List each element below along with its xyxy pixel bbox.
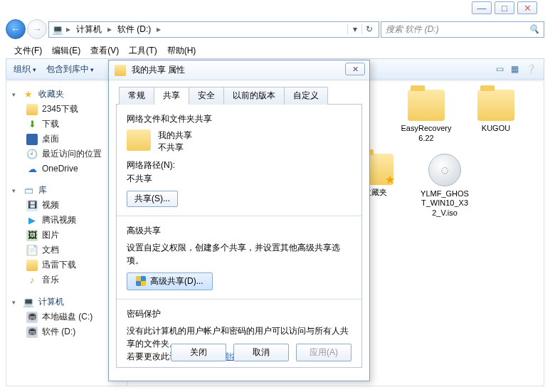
folder-icon <box>127 129 151 151</box>
tree-item[interactable]: 2345下载 <box>9 102 124 117</box>
organize-button[interactable]: 组织 <box>14 63 36 75</box>
documents-icon: 📄 <box>26 245 38 256</box>
address-dropdown-button[interactable]: ▾ <box>347 24 361 34</box>
tree-favorites[interactable]: ▾★收藏夹 <box>9 87 124 102</box>
breadcrumb-sep: ▸ <box>107 24 112 34</box>
file-item[interactable]: ◌YLMF_GHOST_WIN10_X32_V.iso <box>419 154 470 218</box>
star-icon: ★ <box>23 89 34 100</box>
advanced-share-button[interactable]: 高级共享(D)... <box>127 272 213 290</box>
file-label: KUGOU <box>482 124 510 134</box>
recent-icon: 🕘 <box>26 149 38 160</box>
pictures-icon: 🖼 <box>26 230 38 241</box>
tree-item[interactable]: 🎞视频 <box>9 198 124 213</box>
dialog-titlebar[interactable]: 我的共享 属性 ✕ <box>109 60 369 80</box>
tree-item[interactable]: ⛃软件 (D:) <box>9 324 124 339</box>
properties-dialog: 我的共享 属性 ✕ 常规共享安全以前的版本自定义 网络文件和文件夹共享 我的共享… <box>108 60 370 381</box>
tree-item[interactable]: 迅雷下载 <box>9 258 124 272</box>
menu-help[interactable]: 帮助(H) <box>163 43 201 58</box>
section-title: 高级共享 <box>127 225 351 237</box>
share-button[interactable]: 共享(S)... <box>127 191 178 207</box>
shield-icon <box>136 276 146 286</box>
tree-item[interactable]: ♪音乐 <box>9 272 124 287</box>
window-controls: — □ ✕ <box>472 1 537 14</box>
dialog-title: 我的共享 属性 <box>132 64 185 76</box>
menu-file[interactable]: 文件(F) <box>10 43 46 58</box>
download-icon: ⬇ <box>26 119 38 130</box>
breadcrumb-sep: ▸ <box>66 24 70 34</box>
folder-icon <box>408 90 445 121</box>
address-bar[interactable]: 💻 ▸ 计算机 ▸ 软件 (D:) ▸ ▾ ↻ <box>48 21 379 38</box>
tencent-icon: ▶ <box>26 215 38 226</box>
tree-computer[interactable]: ▾💻计算机 <box>9 295 124 309</box>
menu-bar: 文件(F) 编辑(E) 查看(V) 工具(T) 帮助(H) <box>6 43 544 58</box>
tree-item[interactable]: ⛃本地磁盘 (C:) <box>9 309 124 324</box>
file-label: EasyRecovery6.22 <box>401 124 452 144</box>
iso-icon: ◌ <box>428 154 461 186</box>
file-item[interactable]: EasyRecovery6.22 <box>401 90 452 144</box>
menu-edit[interactable]: 编辑(E) <box>48 43 85 58</box>
dialog-apply-button[interactable]: 应用(A) <box>296 344 351 361</box>
tree-item[interactable]: 桌面 <box>9 132 124 147</box>
network-path-value: 不共享 <box>127 173 351 185</box>
search-input[interactable]: 搜索 软件 (D:) 🔍 <box>381 21 544 38</box>
tab-1[interactable]: 共享 <box>154 87 189 105</box>
close-window-button[interactable]: ✕ <box>517 1 537 14</box>
tree-libraries[interactable]: ▾🗃库 <box>9 183 124 198</box>
include-in-library-button[interactable]: 包含到库中 <box>46 63 95 75</box>
desktop-icon <box>26 134 38 145</box>
library-icon: 🗃 <box>23 185 34 196</box>
help-button[interactable]: ❔ <box>526 64 536 74</box>
tab-0[interactable]: 常规 <box>119 87 154 105</box>
file-label: YLMF_GHOST_WIN10_X32_V.iso <box>419 189 470 218</box>
breadcrumb[interactable]: 软件 (D:) <box>115 23 154 36</box>
search-placeholder: 搜索 软件 (D:) <box>386 23 439 36</box>
tree-item[interactable]: ⬇下载 <box>9 117 124 132</box>
dialog-close-button[interactable]: 关闭 <box>171 344 226 361</box>
tree-item[interactable]: ☁OneDrive <box>9 161 124 176</box>
section-title: 密码保护 <box>127 308 351 320</box>
tab-4[interactable]: 自定义 <box>284 87 328 105</box>
folder-icon <box>115 65 126 76</box>
view-options-button[interactable]: ▦ <box>511 64 519 74</box>
tree-item[interactable]: ▶腾讯视频 <box>9 213 124 228</box>
drive-icon: ⛃ <box>26 312 38 323</box>
folder-icon <box>26 260 38 271</box>
tree-item[interactable]: 🕘最近访问的位置 <box>9 147 124 161</box>
navigation-bar: ← → 💻 ▸ 计算机 ▸ 软件 (D:) ▸ ▾ ↻ 搜索 软件 (D:) 🔍 <box>6 18 544 40</box>
music-icon: ♪ <box>26 275 38 286</box>
search-icon: 🔍 <box>529 24 539 34</box>
back-button[interactable]: ← <box>6 19 26 39</box>
refresh-button[interactable]: ↻ <box>361 24 376 34</box>
folder-icon <box>477 90 514 121</box>
advanced-share-desc: 设置自定义权限，创建多个共享，并设置其他高级共享选项。 <box>127 241 351 267</box>
computer-icon: 💻 <box>52 23 63 35</box>
menu-tools[interactable]: 工具(T) <box>125 43 161 58</box>
share-status: 不共享 <box>158 142 192 154</box>
onedrive-icon: ☁ <box>26 163 38 174</box>
forward-button[interactable]: → <box>27 19 47 39</box>
share-name: 我的共享 <box>158 129 192 142</box>
folder-icon <box>26 104 38 115</box>
dialog-close-button[interactable]: ✕ <box>345 63 365 75</box>
network-path-label: 网络路径(N): <box>127 159 351 171</box>
tab-2[interactable]: 安全 <box>189 87 224 105</box>
video-icon: 🎞 <box>26 200 38 211</box>
minimize-button[interactable]: — <box>472 1 492 14</box>
tab-strip: 常规共享安全以前的版本自定义 <box>116 86 362 105</box>
menu-view[interactable]: 查看(V) <box>86 43 123 58</box>
drive-icon: ⛃ <box>26 327 38 338</box>
tab-3[interactable]: 以前的版本 <box>223 87 285 105</box>
breadcrumb-sep: ▸ <box>157 24 161 34</box>
maximize-button[interactable]: □ <box>495 1 514 14</box>
tree-item[interactable]: 📄文档 <box>9 243 124 258</box>
tab-panel-sharing: 网络文件和文件夹共享 我的共享 不共享 网络路径(N): 不共享 共享(S)..… <box>116 105 362 368</box>
breadcrumb[interactable]: 计算机 <box>73 23 105 36</box>
section-title: 网络文件和文件夹共享 <box>127 113 351 125</box>
computer-icon: 💻 <box>23 297 34 308</box>
preview-pane-button[interactable]: ▭ <box>496 64 504 74</box>
dialog-cancel-button[interactable]: 取消 <box>233 344 289 361</box>
file-item[interactable]: KUGOU <box>470 90 522 144</box>
tree-item[interactable]: 🖼图片 <box>9 228 124 243</box>
